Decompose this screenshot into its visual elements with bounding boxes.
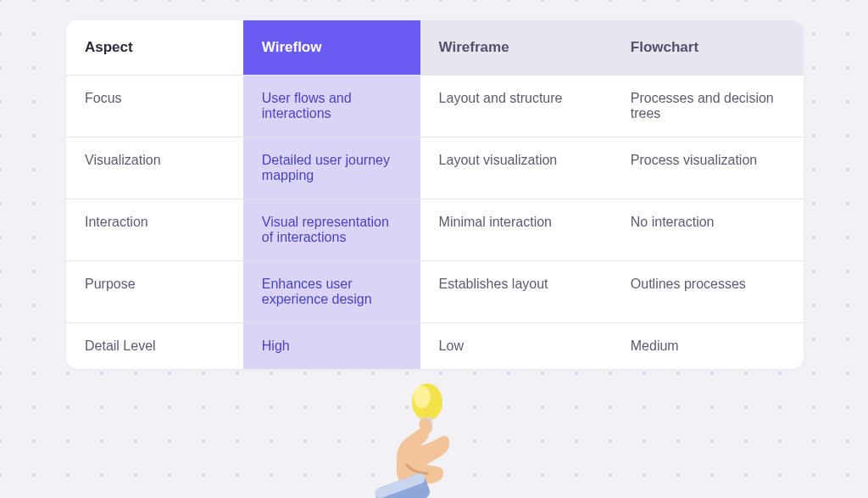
cell-flowchart: Process visualization <box>612 137 804 199</box>
cell-wireflow: User flows and interactions <box>243 76 420 137</box>
cell-aspect: Interaction <box>66 199 243 261</box>
cell-aspect: Purpose <box>66 261 243 323</box>
cell-wireflow: Detailed user journey mapping <box>243 137 420 199</box>
comparison-table-container: Aspect Wireflow Wireframe Flowchart Focu… <box>66 20 804 369</box>
cell-wireflow: Visual representation of interactions <box>243 199 420 261</box>
cell-flowchart: Medium <box>612 323 804 370</box>
table-row: Purpose Enhances user experience design … <box>66 261 804 323</box>
table-row: Visualization Detailed user journey mapp… <box>66 137 804 199</box>
cell-aspect: Visualization <box>66 137 243 199</box>
table-row: Detail Level High Low Medium <box>66 323 804 370</box>
header-flowchart: Flowchart <box>612 20 804 76</box>
cell-wireframe: Layout and structure <box>420 76 612 137</box>
cell-wireframe: Establishes layout <box>420 261 612 323</box>
comparison-table: Aspect Wireflow Wireframe Flowchart Focu… <box>66 20 804 369</box>
header-wireframe: Wireframe <box>420 20 612 76</box>
cell-flowchart: Processes and decision trees <box>612 76 804 137</box>
cell-flowchart: Outlines processes <box>612 261 804 323</box>
cell-wireframe: Minimal interaction <box>420 199 612 261</box>
cell-wireflow: Enhances user experience design <box>243 261 420 323</box>
cell-aspect: Focus <box>66 76 243 137</box>
header-wireflow: Wireflow <box>243 20 420 76</box>
table-row: Interaction Visual representation of int… <box>66 199 804 261</box>
cell-aspect: Detail Level <box>66 323 243 370</box>
table-body: Focus User flows and interactions Layout… <box>66 76 804 370</box>
table-header-row: Aspect Wireflow Wireframe Flowchart <box>66 20 804 76</box>
cell-wireframe: Layout visualization <box>420 137 612 199</box>
cell-wireframe: Low <box>420 323 612 370</box>
header-aspect: Aspect <box>66 20 243 76</box>
table-row: Focus User flows and interactions Layout… <box>66 76 804 137</box>
cell-flowchart: No interaction <box>612 199 804 261</box>
cell-wireflow: High <box>243 323 420 370</box>
